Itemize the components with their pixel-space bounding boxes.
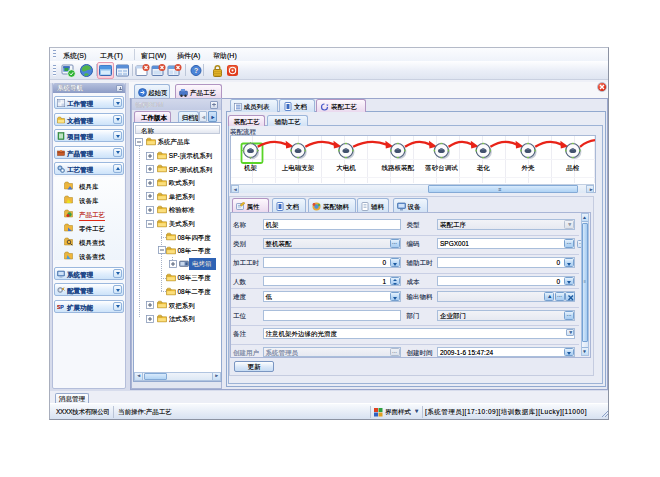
svg-text:大电机: 大电机 [336, 163, 356, 170]
svg-text:?: ? [194, 66, 199, 75]
svg-text:P: P [60, 304, 64, 310]
svg-text:线路板装配: 线路板装配 [381, 163, 414, 171]
svg-text:落砂台调试: 落砂台调试 [424, 163, 458, 171]
svg-text:机架: 机架 [244, 163, 258, 170]
svg-text:老化: 老化 [476, 163, 490, 171]
svg-text:外壳: 外壳 [521, 163, 535, 171]
svg-text:品检: 品检 [566, 163, 580, 171]
svg-text:上电磁支架: 上电磁支架 [281, 163, 314, 171]
